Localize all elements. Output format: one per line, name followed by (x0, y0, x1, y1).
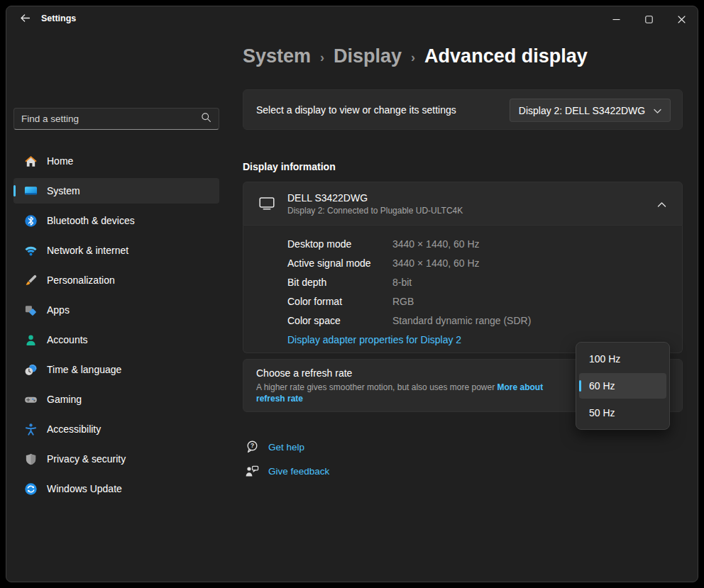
close-icon (678, 16, 686, 23)
prop-label: Bit depth (287, 277, 326, 288)
sidebar-item-label: Apps (47, 304, 70, 316)
time-language-icon (24, 363, 38, 377)
give-feedback-label: Give feedback (268, 466, 329, 477)
menu-item-100hz[interactable]: 100 Hz (579, 346, 666, 372)
sidebar-item-privacy-security[interactable]: Privacy & security (13, 446, 219, 472)
display-select-value: Display 2: DELL S3422DWG (519, 105, 645, 116)
device-subtitle: Display 2: Connected to Plugable UD-ULTC… (287, 206, 463, 216)
maximize-button[interactable] (632, 6, 665, 32)
breadcrumb: System › Display › Advanced display (243, 45, 588, 67)
display-select-dropdown[interactable]: Display 2: DELL S3422DWG (510, 99, 671, 122)
sidebar-item-label: System (47, 185, 80, 196)
minimize-icon (612, 16, 620, 23)
sidebar-item-home[interactable]: Home (13, 148, 219, 174)
sidebar-item-label: Personalization (47, 274, 115, 286)
refresh-rate-description-text: A higher rate gives smoother motion, but… (256, 382, 495, 392)
get-help-label: Get help (268, 442, 304, 453)
bluetooth-icon (24, 214, 38, 228)
window-controls (600, 6, 698, 32)
sidebar: Home System Bluetooth & devices Network … (6, 35, 226, 582)
sidebar-item-system[interactable]: System (13, 178, 219, 204)
menu-item-50hz[interactable]: 50 Hz (579, 400, 666, 426)
page-title: Advanced display (424, 45, 588, 67)
prop-value: 3440 × 1440, 60 Hz (392, 238, 480, 250)
sidebar-item-gaming[interactable]: Gaming (13, 387, 219, 412)
accessibility-icon (24, 423, 38, 436)
section-title-display-information: Display information (243, 161, 336, 172)
search-input[interactable] (21, 113, 201, 124)
feedback-person-icon (244, 464, 260, 478)
select-display-label: Select a display to view or change its s… (256, 104, 456, 116)
table-row: Color space Standard dynamic range (SDR) (243, 311, 682, 330)
help-bubble-icon: ? (244, 440, 260, 454)
prop-label: Color format (287, 296, 342, 307)
sidebar-item-network-internet[interactable]: Network & internet (13, 238, 219, 263)
table-row: Color format RGB (243, 292, 682, 311)
sidebar-item-label: Bluetooth & devices (47, 215, 135, 226)
apps-icon (24, 304, 38, 317)
monitor-icon (258, 196, 275, 211)
search-icon (201, 112, 211, 126)
sidebar-item-label: Windows Update (47, 483, 122, 494)
prop-value: 8-bit (392, 277, 412, 288)
home-icon (24, 155, 38, 168)
gaming-icon (24, 393, 38, 406)
sidebar-item-time-language[interactable]: Time & language (13, 357, 219, 382)
minimize-button[interactable] (600, 6, 632, 32)
chevron-up-icon[interactable] (657, 198, 666, 211)
search-box[interactable] (13, 108, 219, 130)
table-row: Active signal mode 3440 × 1440, 60 Hz (243, 253, 682, 272)
display-adapter-properties-link[interactable]: Display adapter properties for Display 2 (287, 334, 461, 345)
app-title: Settings (41, 13, 76, 23)
back-button[interactable] (12, 8, 38, 30)
settings-window: Settings Home (6, 6, 698, 582)
windows-update-icon (24, 482, 38, 496)
sidebar-item-accounts[interactable]: Accounts (13, 327, 219, 353)
sidebar-item-label: Privacy & security (47, 453, 126, 465)
prop-value: 3440 × 1440, 60 Hz (392, 257, 480, 269)
display-info-expander-body: Desktop mode 3440 × 1440, 60 Hz Active s… (243, 226, 683, 353)
prop-label: Desktop mode (287, 238, 351, 250)
sidebar-item-accessibility[interactable]: Accessibility (13, 416, 219, 442)
breadcrumb-display[interactable]: Display (334, 45, 402, 67)
prop-label: Color space (287, 315, 341, 326)
table-row: Desktop mode 3440 × 1440, 60 Hz (243, 234, 682, 253)
back-arrow-icon (19, 12, 31, 27)
sidebar-item-apps[interactable]: Apps (13, 297, 219, 323)
chevron-down-icon (654, 105, 661, 116)
give-feedback-link[interactable]: Give feedback (244, 464, 329, 478)
breadcrumb-system[interactable]: System (243, 45, 311, 67)
accounts-icon (24, 333, 38, 347)
sidebar-item-bluetooth-devices[interactable]: Bluetooth & devices (13, 208, 219, 233)
sidebar-item-label: Home (47, 155, 73, 167)
sidebar-nav: Home System Bluetooth & devices Network … (13, 148, 219, 506)
select-display-card: Select a display to view or change its s… (243, 89, 683, 130)
svg-text:?: ? (251, 442, 254, 449)
sidebar-item-windows-update[interactable]: Windows Update (13, 476, 219, 501)
personalization-icon (24, 274, 38, 287)
sidebar-item-label: Network & internet (47, 245, 128, 256)
device-info: DELL S3422DWG Display 2: Connected to Pl… (287, 192, 463, 216)
prop-value: RGB (392, 296, 414, 307)
prop-value: Standard dynamic range (SDR) (392, 315, 531, 326)
device-name: DELL S3422DWG (287, 192, 463, 204)
display-info-expander-header[interactable]: DELL S3422DWG Display 2: Connected to Pl… (243, 182, 683, 226)
sidebar-item-label: Accounts (47, 334, 88, 345)
privacy-shield-icon (24, 453, 38, 466)
sidebar-item-personalization[interactable]: Personalization (13, 267, 219, 293)
prop-label: Active signal mode (287, 257, 371, 269)
menu-item-60hz[interactable]: 60 Hz (579, 373, 666, 399)
refresh-rate-description: A higher rate gives smoother motion, but… (256, 382, 554, 404)
close-button[interactable] (665, 6, 698, 32)
maximize-icon (645, 16, 653, 23)
get-help-link[interactable]: ? Get help (244, 440, 304, 454)
titlebar: Settings (6, 6, 698, 35)
breadcrumb-separator-icon: › (411, 48, 415, 65)
sidebar-item-label: Accessibility (47, 423, 101, 435)
sidebar-item-label: Gaming (47, 394, 82, 405)
system-icon (24, 184, 38, 198)
network-icon (24, 244, 38, 257)
table-row: Bit depth 8-bit (243, 272, 682, 292)
refresh-rate-menu: 100 Hz 60 Hz 50 Hz (576, 342, 670, 430)
breadcrumb-separator-icon: › (320, 48, 324, 65)
